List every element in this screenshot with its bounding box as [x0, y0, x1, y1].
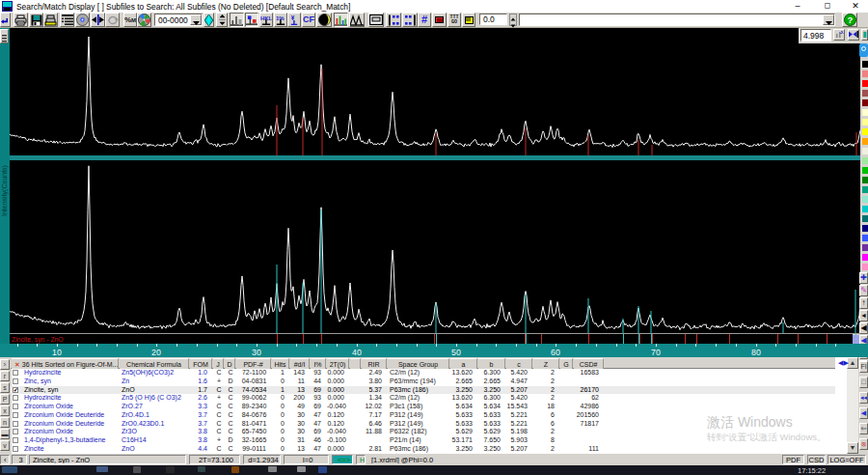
svg-text:?: ?: [847, 14, 853, 25]
